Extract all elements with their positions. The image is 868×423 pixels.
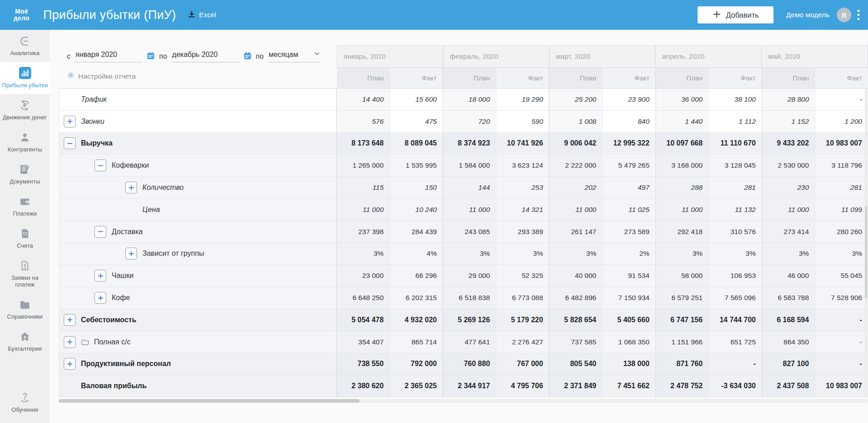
- fact-value-cell[interactable]: 106 953: [709, 265, 762, 287]
- sidebar-item-analytics[interactable]: Аналитика: [0, 30, 50, 62]
- horizontal-scrollbar-thumb[interactable]: [59, 399, 359, 403]
- plan-value-cell[interactable]: 1 152: [762, 111, 816, 133]
- plan-value-cell[interactable]: 58 000: [656, 265, 709, 287]
- plan-value-cell[interactable]: 2 478 752: [656, 375, 709, 397]
- plan-value-cell[interactable]: 9 433 202: [762, 133, 816, 155]
- plan-value-cell[interactable]: 1 440: [656, 111, 709, 133]
- plan-value-cell[interactable]: 23 000: [337, 265, 390, 287]
- fact-value-cell[interactable]: -3 634 030: [709, 375, 762, 397]
- plan-value-cell[interactable]: 9 006 042: [549, 133, 603, 155]
- plan-value-cell[interactable]: 261 147: [549, 221, 603, 243]
- app-logo[interactable]: Моё дело: [14, 8, 30, 22]
- fact-value-cell[interactable]: 138 000: [603, 353, 656, 376]
- plan-value-cell[interactable]: 273 414: [762, 221, 816, 243]
- fact-value-cell[interactable]: 7 565 096: [709, 287, 762, 309]
- plan-value-cell[interactable]: 6 583 788: [762, 287, 816, 309]
- plan-value-cell[interactable]: 2 344 917: [443, 375, 496, 397]
- plan-value-cell[interactable]: 6 747 156: [656, 309, 709, 331]
- plan-value-cell[interactable]: 827 100: [762, 353, 816, 376]
- plan-value-cell[interactable]: 237 398: [337, 221, 390, 243]
- plan-value-cell[interactable]: 29 000: [443, 265, 496, 287]
- sidebar-item-invoices[interactable]: Счета: [0, 222, 50, 254]
- collapse-icon[interactable]: [94, 226, 106, 238]
- plan-value-cell[interactable]: 3%: [549, 243, 603, 265]
- fact-value-cell[interactable]: 281: [709, 177, 762, 199]
- fact-value-cell[interactable]: 2%: [603, 243, 656, 265]
- plan-value-cell[interactable]: 14 400: [337, 89, 390, 111]
- plan-value-cell[interactable]: 477 641: [443, 331, 496, 353]
- plan-value-cell[interactable]: 3%: [656, 243, 709, 265]
- fact-value-cell[interactable]: 3%: [496, 243, 550, 265]
- add-button[interactable]: Добавить: [698, 6, 774, 24]
- fact-value-cell[interactable]: 5 405 660: [603, 309, 656, 331]
- fact-value-cell[interactable]: 11 110 670: [709, 133, 762, 155]
- fact-value-cell[interactable]: 150: [390, 177, 443, 199]
- plan-value-cell[interactable]: 40 000: [549, 265, 603, 287]
- fact-value-cell[interactable]: 12 995 322: [603, 133, 656, 155]
- excel-export-button[interactable]: Excel: [188, 10, 216, 20]
- plan-value-cell[interactable]: 3 168 000: [656, 155, 709, 177]
- fact-value-cell[interactable]: 1 535 995: [390, 155, 443, 177]
- fact-value-cell[interactable]: 91 534: [603, 265, 656, 287]
- report-settings-button[interactable]: Настройки отчета: [59, 71, 136, 81]
- period-select[interactable]: месяцам: [268, 51, 321, 62]
- fact-value-cell[interactable]: 5 479 265: [603, 155, 656, 177]
- fact-value-cell[interactable]: -: [815, 89, 868, 111]
- plan-value-cell[interactable]: 11 000: [337, 199, 390, 221]
- collapse-icon[interactable]: [64, 137, 75, 149]
- plan-value-cell[interactable]: 1 008: [549, 111, 603, 133]
- plan-value-cell[interactable]: 46 000: [762, 265, 816, 287]
- plan-value-cell[interactable]: 3%: [337, 243, 390, 265]
- sidebar-item-payment-requests[interactable]: $Заявки на платеж: [0, 254, 50, 293]
- plan-value-cell[interactable]: 2 380 620: [337, 375, 390, 397]
- expand-icon[interactable]: [125, 182, 137, 193]
- fact-value-cell[interactable]: 3 623 124: [496, 155, 550, 177]
- plan-value-cell[interactable]: 354 407: [337, 331, 390, 353]
- expand-icon[interactable]: [125, 248, 137, 259]
- fact-value-cell[interactable]: 55 045: [815, 265, 868, 287]
- plan-value-cell[interactable]: 871 760: [656, 353, 709, 376]
- plan-value-cell[interactable]: 1 584 000: [443, 155, 496, 177]
- calendar-icon[interactable]: [146, 52, 155, 60]
- fact-value-cell[interactable]: 475: [390, 111, 443, 133]
- expand-icon[interactable]: [94, 292, 106, 304]
- plan-value-cell[interactable]: 6 168 594: [762, 309, 816, 331]
- from-date-input[interactable]: января 2020: [75, 51, 142, 62]
- plan-value-cell[interactable]: 28 800: [762, 89, 816, 111]
- plan-value-cell[interactable]: 6 579 251: [656, 287, 709, 309]
- fact-value-cell[interactable]: 15 600: [390, 89, 443, 111]
- plan-value-cell[interactable]: 5 269 126: [443, 309, 496, 331]
- sidebar-item-documents[interactable]: Документы: [0, 158, 50, 190]
- fact-value-cell[interactable]: 11 025: [603, 199, 656, 221]
- plan-value-cell[interactable]: 144: [443, 177, 496, 199]
- plan-value-cell[interactable]: 18 000: [443, 89, 496, 111]
- plan-value-cell[interactable]: 36 000: [656, 89, 709, 111]
- fact-value-cell[interactable]: 6 202 315: [390, 287, 443, 309]
- sidebar-item-counterparties[interactable]: Контрагенты: [0, 126, 50, 158]
- fact-value-cell[interactable]: 280 260: [815, 221, 868, 243]
- expand-icon[interactable]: [64, 358, 75, 370]
- horizontal-scrollbar[interactable]: [59, 399, 868, 403]
- fact-value-cell[interactable]: 590: [496, 111, 550, 133]
- plan-value-cell[interactable]: 115: [337, 177, 390, 199]
- fact-value-cell[interactable]: 23 900: [603, 89, 656, 111]
- fact-value-cell[interactable]: 7 150 934: [603, 287, 656, 309]
- plan-value-cell[interactable]: 3%: [443, 243, 496, 265]
- plan-value-cell[interactable]: 2 530 000: [762, 155, 816, 177]
- to-date-input[interactable]: декабрь 2020: [171, 51, 239, 62]
- fact-value-cell[interactable]: -: [815, 309, 868, 331]
- plan-value-cell[interactable]: 10 097 668: [656, 133, 709, 155]
- plan-value-cell[interactable]: 6 482 896: [549, 287, 603, 309]
- plan-value-cell[interactable]: 5 828 654: [549, 309, 603, 331]
- plan-value-cell[interactable]: 720: [443, 111, 496, 133]
- fact-value-cell[interactable]: 10 240: [390, 199, 443, 221]
- fact-value-cell[interactable]: 14 744 700: [709, 309, 762, 331]
- plan-value-cell[interactable]: 202: [549, 177, 603, 199]
- fact-value-cell[interactable]: 651 725: [709, 331, 762, 353]
- fact-value-cell[interactable]: 497: [603, 177, 656, 199]
- fact-value-cell[interactable]: 66 296: [390, 265, 443, 287]
- plan-value-cell[interactable]: 6 518 838: [443, 287, 496, 309]
- fact-value-cell[interactable]: 8 089 045: [390, 133, 443, 155]
- fact-value-cell[interactable]: 1 068 350: [603, 331, 656, 353]
- fact-value-cell[interactable]: 281: [815, 177, 868, 199]
